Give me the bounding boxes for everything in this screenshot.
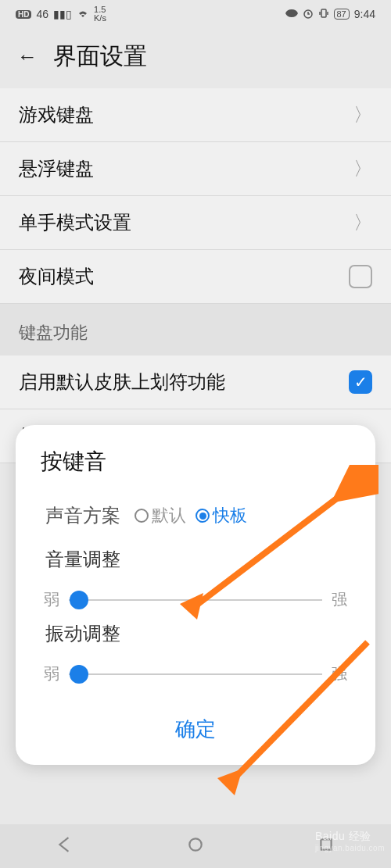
- row-floating-keyboard[interactable]: 悬浮键盘 〉: [0, 142, 391, 196]
- radio-kuaiban[interactable]: 快板: [196, 504, 247, 527]
- back-arrow-icon[interactable]: ←: [17, 45, 38, 69]
- row-label: 单手模式设置: [19, 210, 131, 235]
- modal-title: 按键音: [41, 447, 350, 477]
- slider-max-label: 强: [328, 589, 350, 610]
- chevron-right-icon: 〉: [353, 102, 372, 127]
- alarm-icon: [303, 8, 314, 21]
- radio-label: 快板: [213, 504, 247, 527]
- volume-label: 音量调整: [45, 547, 350, 572]
- slider-min-label: 弱: [41, 589, 63, 610]
- sound-scheme-row: 声音方案 默认 快板: [45, 503, 350, 528]
- status-bar: HD 46 ▮▮▯ 1.5K/s 87 9:44: [0, 0, 391, 28]
- chevron-right-icon: 〉: [353, 156, 372, 181]
- vibration-section: 振动调整 弱 强: [41, 621, 350, 684]
- row-onehand-mode[interactable]: 单手模式设置 〉: [0, 196, 391, 250]
- row-swipe-feature[interactable]: 启用默认皮肤上划符功能 ✓: [0, 355, 391, 409]
- swipe-checkbox[interactable]: ✓: [349, 370, 372, 394]
- clock-time: 9:44: [354, 8, 375, 20]
- volume-slider[interactable]: [69, 599, 322, 601]
- svg-marker-6: [217, 769, 242, 795]
- row-label: 夜间模式: [19, 264, 94, 289]
- nav-back-icon[interactable]: [56, 836, 74, 856]
- slider-min-label: 弱: [41, 663, 63, 684]
- eye-icon: [285, 8, 298, 20]
- volume-section: 音量调整 弱 强: [41, 547, 350, 610]
- slider-thumb[interactable]: [70, 591, 88, 609]
- vibration-slider[interactable]: [69, 673, 322, 675]
- svg-point-7: [189, 838, 201, 850]
- section-header: 键盘功能: [0, 304, 391, 355]
- chevron-right-icon: 〉: [353, 210, 372, 235]
- keypress-sound-modal: 按键音 声音方案 默认 快板 音量调整 弱 强 振动调整 弱 强: [16, 425, 375, 765]
- radio-label: 默认: [152, 504, 186, 527]
- row-game-keyboard[interactable]: 游戏键盘 〉: [0, 88, 391, 142]
- wifi-icon: [77, 8, 89, 20]
- radio-default[interactable]: 默认: [135, 504, 186, 527]
- page-title: 界面设置: [53, 41, 147, 73]
- net-speed: 1.5K/s: [94, 5, 106, 23]
- confirm-button[interactable]: 确定: [41, 708, 350, 751]
- slider-thumb[interactable]: [70, 665, 88, 684]
- settings-list: 游戏键盘 〉 悬浮键盘 〉 单手模式设置 〉 夜间模式 键盘功能 启用默认皮肤上…: [0, 88, 391, 463]
- row-label: 启用默认皮肤上划符功能: [19, 370, 225, 395]
- slider-max-label: 强: [328, 663, 350, 684]
- vibrate-icon: [318, 8, 329, 21]
- row-night-mode[interactable]: 夜间模式: [0, 250, 391, 304]
- watermark: Bai︀d︀u 经验 jingyan.baidu.com: [315, 830, 385, 852]
- vibration-label: 振动调整: [45, 621, 350, 646]
- hd-badge: HD: [16, 10, 31, 19]
- night-checkbox[interactable]: [349, 265, 372, 288]
- radio-circle-icon: [135, 509, 149, 523]
- page-header: ← 界面设置: [0, 28, 391, 88]
- scheme-label: 声音方案: [45, 503, 120, 528]
- network-type: 46: [36, 8, 48, 20]
- radio-circle-icon: [196, 509, 210, 523]
- signal-icon: ▮▮▯: [53, 8, 72, 20]
- row-label: 悬浮键盘: [19, 156, 94, 181]
- battery-badge: 87: [334, 9, 350, 20]
- nav-home-icon[interactable]: [187, 836, 204, 856]
- row-label: 游戏键盘: [19, 102, 94, 127]
- svg-rect-1: [321, 9, 326, 17]
